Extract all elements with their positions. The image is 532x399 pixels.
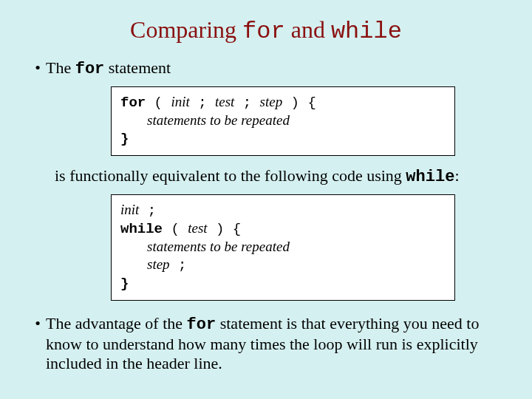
for-body: statements to be repeated bbox=[147, 112, 290, 128]
while-step: step bbox=[147, 256, 170, 272]
for-l1-d: ) { bbox=[282, 95, 316, 111]
bullet-dot-icon: • bbox=[30, 58, 46, 78]
slide-title: Comparing for and while bbox=[30, 16, 502, 45]
for-keyword: for bbox=[120, 95, 146, 111]
code-while-line4: step ; bbox=[120, 256, 446, 274]
bullet-1-p1: The bbox=[46, 58, 75, 77]
title-for-keyword: for bbox=[242, 18, 285, 45]
bullet-2: • The advantage of the for statement is … bbox=[30, 314, 502, 373]
slide: Comparing for and while • The for statem… bbox=[0, 0, 532, 399]
for-l1-a: ( bbox=[146, 95, 171, 111]
code-for-line1: for ( init ; test ; step ) { bbox=[120, 93, 446, 112]
bullet-1: • The for statement bbox=[30, 58, 502, 79]
bullet-2-p1: The advantage of the bbox=[46, 314, 187, 332]
while-l2-a: ( bbox=[163, 221, 188, 237]
title-part1: Comparing bbox=[130, 16, 242, 43]
code-while-line5: } bbox=[120, 274, 446, 293]
bullet-1-keyword: for bbox=[75, 60, 105, 78]
title-part2: and bbox=[285, 16, 331, 43]
for-l1-c: ; bbox=[234, 95, 259, 111]
bullet-2-text: The advantage of the for statement is th… bbox=[46, 314, 502, 373]
bullet-2-keyword: for bbox=[187, 316, 216, 334]
for-init: init bbox=[171, 94, 189, 109]
while-l1-b: ; bbox=[139, 202, 156, 219]
code-box-while: init ; while ( test ) { statements to be… bbox=[111, 194, 455, 301]
for-l1-b: ; bbox=[190, 95, 215, 111]
while-keyword: while bbox=[120, 221, 163, 237]
for-close-brace: } bbox=[120, 131, 129, 147]
bullet-1-p2: statement bbox=[104, 58, 171, 77]
code-while-line2: while ( test ) { bbox=[120, 219, 446, 238]
for-test: test bbox=[215, 94, 234, 109]
code-box-for: for ( init ; test ; step ) { statements … bbox=[111, 86, 455, 156]
while-body: statements to be repeated bbox=[147, 239, 290, 254]
while-init: init bbox=[120, 202, 139, 217]
mid-p2: : bbox=[454, 166, 459, 185]
code-for-line3: } bbox=[120, 129, 446, 148]
bullet-1-text: The for statement bbox=[46, 58, 502, 79]
mid-text: is functionally equivalent to the follow… bbox=[55, 166, 502, 187]
code-for-line2: statements to be repeated bbox=[120, 112, 446, 129]
bullet-dot-icon: • bbox=[30, 314, 46, 333]
mid-p1: is functionally equivalent to the follow… bbox=[55, 166, 406, 185]
code-while-line3: statements to be repeated bbox=[120, 238, 446, 256]
while-l4-b: ; bbox=[170, 257, 187, 273]
title-while-keyword: while bbox=[331, 18, 402, 45]
while-test: test bbox=[188, 220, 207, 236]
for-step: step bbox=[260, 94, 283, 109]
code-while-line1: init ; bbox=[120, 201, 446, 219]
mid-keyword: while bbox=[406, 168, 454, 186]
while-l2-b: ) { bbox=[208, 221, 242, 237]
while-close-brace: } bbox=[120, 276, 129, 292]
